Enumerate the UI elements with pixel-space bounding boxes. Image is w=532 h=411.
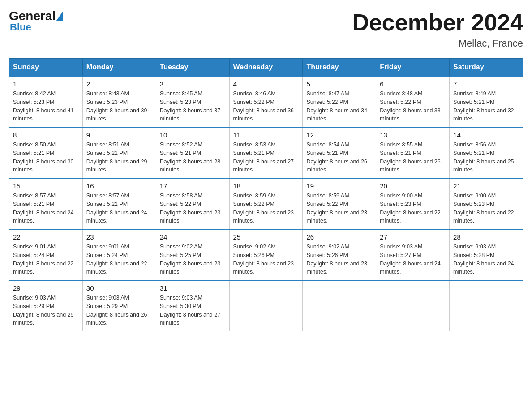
header-monday: Monday [82, 59, 156, 77]
day-number: 18 [233, 182, 299, 190]
day-info: Sunrise: 9:03 AM Sunset: 5:29 PM Dayligh… [13, 294, 79, 327]
calendar-cell: 13 Sunrise: 8:55 AM Sunset: 5:21 PM Dayl… [376, 127, 450, 178]
day-info: Sunrise: 8:56 AM Sunset: 5:21 PM Dayligh… [453, 141, 519, 174]
day-info: Sunrise: 9:03 AM Sunset: 5:29 PM Dayligh… [86, 294, 152, 327]
calendar-cell: 21 Sunrise: 9:00 AM Sunset: 5:23 PM Dayl… [450, 178, 523, 229]
day-number: 13 [380, 131, 446, 139]
title-area: December 2024 Mellac, France [352, 9, 523, 49]
day-info: Sunrise: 8:55 AM Sunset: 5:21 PM Dayligh… [380, 141, 446, 174]
day-info: Sunrise: 8:54 AM Sunset: 5:21 PM Dayligh… [306, 141, 372, 174]
calendar-header-row: Sunday Monday Tuesday Wednesday Thursday… [9, 59, 523, 77]
header-sunday: Sunday [9, 59, 83, 77]
day-number: 15 [13, 182, 79, 190]
calendar-cell: 9 Sunrise: 8:51 AM Sunset: 5:21 PM Dayli… [82, 127, 156, 178]
calendar-cell: 3 Sunrise: 8:45 AM Sunset: 5:23 PM Dayli… [156, 76, 229, 127]
header-friday: Friday [376, 59, 450, 77]
calendar-cell [376, 280, 450, 331]
day-info: Sunrise: 8:50 AM Sunset: 5:21 PM Dayligh… [13, 141, 79, 174]
day-info: Sunrise: 8:48 AM Sunset: 5:22 PM Dayligh… [380, 90, 446, 123]
calendar-cell: 10 Sunrise: 8:52 AM Sunset: 5:21 PM Dayl… [156, 127, 229, 178]
day-number: 22 [13, 233, 79, 241]
header-saturday: Saturday [450, 59, 523, 77]
day-number: 4 [233, 80, 299, 88]
day-number: 3 [160, 80, 226, 88]
day-number: 25 [233, 233, 299, 241]
day-number: 24 [160, 233, 226, 241]
day-info: Sunrise: 8:43 AM Sunset: 5:23 PM Dayligh… [86, 90, 152, 123]
day-number: 2 [86, 80, 152, 88]
calendar-cell: 5 Sunrise: 8:47 AM Sunset: 5:22 PM Dayli… [303, 76, 376, 127]
calendar-cell: 18 Sunrise: 8:59 AM Sunset: 5:22 PM Dayl… [229, 178, 303, 229]
calendar-title: December 2024 [352, 9, 523, 36]
day-number: 27 [380, 233, 446, 241]
day-info: Sunrise: 9:02 AM Sunset: 5:26 PM Dayligh… [306, 243, 372, 276]
day-info: Sunrise: 9:03 AM Sunset: 5:27 PM Dayligh… [380, 243, 446, 276]
day-info: Sunrise: 9:03 AM Sunset: 5:30 PM Dayligh… [160, 294, 226, 327]
day-number: 20 [380, 182, 446, 190]
day-info: Sunrise: 8:58 AM Sunset: 5:22 PM Dayligh… [160, 192, 226, 225]
day-number: 16 [86, 182, 152, 190]
calendar-cell: 12 Sunrise: 8:54 AM Sunset: 5:21 PM Dayl… [303, 127, 376, 178]
calendar-cell: 29 Sunrise: 9:03 AM Sunset: 5:29 PM Dayl… [9, 280, 83, 331]
calendar-cell: 7 Sunrise: 8:49 AM Sunset: 5:21 PM Dayli… [450, 76, 523, 127]
calendar-cell: 4 Sunrise: 8:46 AM Sunset: 5:22 PM Dayli… [229, 76, 303, 127]
header-tuesday: Tuesday [156, 59, 229, 77]
day-number: 9 [86, 131, 152, 139]
day-number: 19 [306, 182, 372, 190]
day-info: Sunrise: 8:42 AM Sunset: 5:23 PM Dayligh… [13, 90, 79, 123]
day-info: Sunrise: 8:47 AM Sunset: 5:22 PM Dayligh… [306, 90, 372, 123]
day-number: 11 [233, 131, 299, 139]
calendar-cell: 17 Sunrise: 8:58 AM Sunset: 5:22 PM Dayl… [156, 178, 229, 229]
calendar-cell: 19 Sunrise: 8:59 AM Sunset: 5:22 PM Dayl… [303, 178, 376, 229]
calendar-cell: 15 Sunrise: 8:57 AM Sunset: 5:21 PM Dayl… [9, 178, 83, 229]
day-number: 21 [453, 182, 519, 190]
calendar-cell [303, 280, 376, 331]
day-info: Sunrise: 8:46 AM Sunset: 5:22 PM Dayligh… [233, 90, 299, 123]
day-info: Sunrise: 8:57 AM Sunset: 5:21 PM Dayligh… [13, 192, 79, 225]
header-thursday: Thursday [303, 59, 376, 77]
calendar-week-3: 15 Sunrise: 8:57 AM Sunset: 5:21 PM Dayl… [9, 178, 523, 229]
calendar-cell: 25 Sunrise: 9:02 AM Sunset: 5:26 PM Dayl… [229, 229, 303, 280]
logo-triangle-icon [56, 12, 63, 21]
day-info: Sunrise: 9:01 AM Sunset: 5:24 PM Dayligh… [86, 243, 152, 276]
calendar-cell: 1 Sunrise: 8:42 AM Sunset: 5:23 PM Dayli… [9, 76, 83, 127]
calendar-cell: 22 Sunrise: 9:01 AM Sunset: 5:24 PM Dayl… [9, 229, 83, 280]
day-info: Sunrise: 9:00 AM Sunset: 5:23 PM Dayligh… [453, 192, 519, 225]
calendar-cell [450, 280, 523, 331]
day-number: 7 [453, 80, 519, 88]
location-subtitle: Mellac, France [352, 38, 523, 49]
header-wednesday: Wednesday [229, 59, 303, 77]
logo: General Blue [9, 9, 64, 33]
day-number: 30 [86, 284, 152, 292]
day-info: Sunrise: 8:52 AM Sunset: 5:21 PM Dayligh… [160, 141, 226, 174]
day-number: 28 [453, 233, 519, 241]
page-header: General Blue December 2024 Mellac, Franc… [9, 9, 523, 49]
day-info: Sunrise: 9:01 AM Sunset: 5:24 PM Dayligh… [13, 243, 79, 276]
day-info: Sunrise: 8:51 AM Sunset: 5:21 PM Dayligh… [86, 141, 152, 174]
day-info: Sunrise: 8:59 AM Sunset: 5:22 PM Dayligh… [233, 192, 299, 225]
calendar-cell [229, 280, 303, 331]
day-info: Sunrise: 8:49 AM Sunset: 5:21 PM Dayligh… [453, 90, 519, 123]
calendar-cell: 27 Sunrise: 9:03 AM Sunset: 5:27 PM Dayl… [376, 229, 450, 280]
day-info: Sunrise: 9:02 AM Sunset: 5:25 PM Dayligh… [160, 243, 226, 276]
calendar-cell: 2 Sunrise: 8:43 AM Sunset: 5:23 PM Dayli… [82, 76, 156, 127]
calendar-cell: 28 Sunrise: 9:03 AM Sunset: 5:28 PM Dayl… [450, 229, 523, 280]
day-info: Sunrise: 9:00 AM Sunset: 5:23 PM Dayligh… [380, 192, 446, 225]
day-info: Sunrise: 8:45 AM Sunset: 5:23 PM Dayligh… [160, 90, 226, 123]
calendar-cell: 11 Sunrise: 8:53 AM Sunset: 5:21 PM Dayl… [229, 127, 303, 178]
calendar-cell: 23 Sunrise: 9:01 AM Sunset: 5:24 PM Dayl… [82, 229, 156, 280]
day-number: 17 [160, 182, 226, 190]
calendar-cell: 20 Sunrise: 9:00 AM Sunset: 5:23 PM Dayl… [376, 178, 450, 229]
calendar-cell: 8 Sunrise: 8:50 AM Sunset: 5:21 PM Dayli… [9, 127, 83, 178]
day-number: 14 [453, 131, 519, 139]
calendar-cell: 24 Sunrise: 9:02 AM Sunset: 5:25 PM Dayl… [156, 229, 229, 280]
calendar-table: Sunday Monday Tuesday Wednesday Thursday… [9, 58, 523, 331]
calendar-cell: 16 Sunrise: 8:57 AM Sunset: 5:22 PM Dayl… [82, 178, 156, 229]
day-number: 26 [306, 233, 372, 241]
day-number: 1 [13, 80, 79, 88]
day-number: 5 [306, 80, 372, 88]
day-info: Sunrise: 8:57 AM Sunset: 5:22 PM Dayligh… [86, 192, 152, 225]
calendar-week-5: 29 Sunrise: 9:03 AM Sunset: 5:29 PM Dayl… [9, 280, 523, 331]
calendar-cell: 30 Sunrise: 9:03 AM Sunset: 5:29 PM Dayl… [82, 280, 156, 331]
day-info: Sunrise: 8:53 AM Sunset: 5:21 PM Dayligh… [233, 141, 299, 174]
